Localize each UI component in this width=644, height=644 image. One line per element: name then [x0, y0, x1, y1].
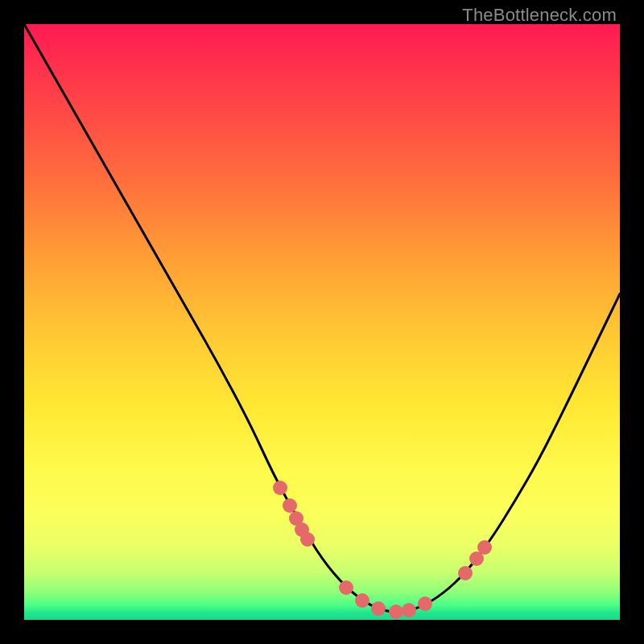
- highlight-point: [418, 597, 432, 611]
- highlight-point: [355, 593, 369, 608]
- highlight-point: [371, 601, 386, 616]
- highlight-markers: [273, 481, 492, 619]
- chart-frame: TheBottleneck.com: [0, 0, 644, 644]
- highlight-point: [389, 605, 403, 619]
- bottleneck-curve: [24, 24, 620, 612]
- highlight-point: [458, 566, 473, 580]
- highlight-point: [339, 580, 353, 595]
- highlight-point: [477, 540, 492, 555]
- highlight-point: [402, 603, 416, 617]
- highlight-point: [273, 481, 287, 495]
- watermark-text: TheBottleneck.com: [462, 5, 617, 26]
- highlight-point: [283, 498, 297, 513]
- highlight-point: [300, 532, 315, 547]
- curve-svg: [24, 24, 620, 620]
- gradient-plot-area: [24, 24, 620, 620]
